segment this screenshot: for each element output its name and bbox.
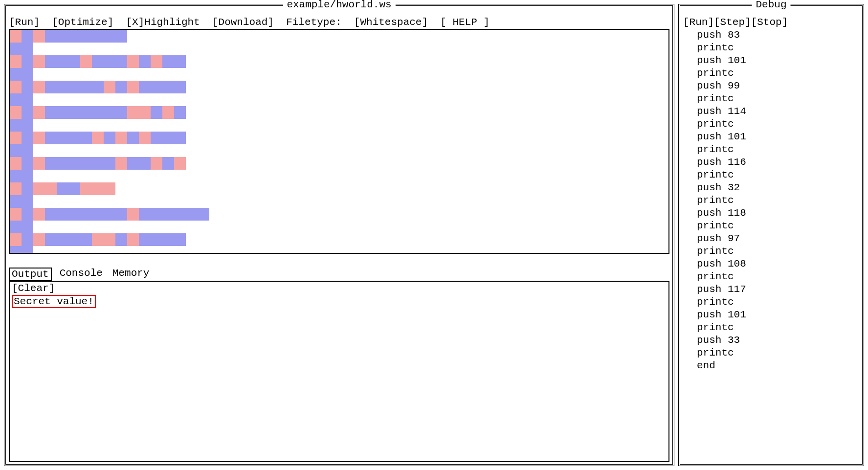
editor-line [10,221,668,233]
debug-instruction: push 117 [697,283,859,296]
debug-instruction: push 101 [697,309,859,321]
tab-console[interactable]: Console [58,268,105,281]
debug-instruction: printc [697,169,859,181]
debug-instruction: printc [697,220,859,232]
debug-instruction: printc [697,194,859,207]
editor-line [10,170,668,182]
tab-output[interactable]: Output [9,268,52,281]
tab-memory[interactable]: Memory [111,268,152,281]
optimize-button[interactable]: [Optimize] [52,17,113,28]
editor-line [10,144,668,157]
debug-instruction: printc [697,67,859,80]
app-root: example/hworld.ws [Run] [Optimize] [X]Hi… [4,4,864,466]
main-panel: example/hworld.ws [Run] [Optimize] [X]Hi… [4,4,674,466]
debug-instruction: push 101 [697,54,859,67]
highlight-toggle[interactable]: [X]Highlight [126,17,200,28]
editor-line [10,81,668,93]
output-panel: [Clear] Secret value! [9,281,669,462]
editor-line [10,182,668,195]
editor-line [10,68,668,81]
debug-instruction: push 101 [697,131,859,143]
debug-instruction: printc [697,245,859,258]
run-button[interactable]: [Run] [9,17,40,28]
debug-instruction: push 83 [697,29,859,42]
help-button[interactable]: [ HELP ] [440,17,490,28]
debug-stop-button[interactable]: [Stop] [751,17,788,28]
download-button[interactable]: [Download] [212,17,274,28]
debug-instruction: push 97 [697,232,859,245]
code-editor[interactable] [9,29,669,254]
debug-instruction: push 114 [697,105,859,118]
debug-instruction: printc [697,296,859,309]
debug-instruction: printc [697,92,859,105]
debug-instruction: printc [697,42,859,54]
clear-button[interactable]: [Clear] [12,283,55,294]
debug-instruction: push 108 [697,258,859,270]
output-tabs: Output Console Memory [9,268,669,281]
output-text: Secret value! [12,295,96,308]
editor-line [10,157,668,170]
debug-instruction: push 33 [697,334,859,347]
debug-step-button[interactable]: [Step] [714,17,751,28]
debug-instruction: end [697,359,859,372]
debug-run-button[interactable]: [Run] [683,17,714,28]
editor-line [10,132,668,144]
debug-instruction: printc [697,143,859,156]
editor-line [10,30,668,43]
debug-instruction: printc [697,118,859,131]
editor-line [10,119,668,132]
debug-instruction: push 32 [697,181,859,194]
filetype-select[interactable]: [Whitespace] [354,17,428,28]
debug-instruction-list: push 83printcpush 101printcpush 99printc… [683,29,859,372]
editor-line [10,208,668,221]
main-panel-title: example/hworld.ws [283,0,395,10]
main-toolbar: [Run] [Optimize] [X]Highlight [Download]… [9,8,669,29]
debug-instruction: printc [697,321,859,334]
debug-panel: Debug [Run][Step][Stop] push 83printcpus… [678,4,864,466]
debug-toolbar: [Run][Step][Stop] [683,8,859,29]
editor-line [10,195,668,208]
debug-instruction: printc [697,270,859,283]
debug-instruction: printc [697,347,859,359]
debug-panel-title: Debug [752,0,790,10]
debug-instruction: push 118 [697,207,859,220]
editor-line [10,93,668,106]
filetype-label: Filetype: [286,17,341,28]
debug-instruction: push 116 [697,156,859,169]
editor-line [10,43,668,55]
debug-instruction: push 99 [697,80,859,92]
editor-line [10,246,668,254]
editor-line [10,55,668,68]
editor-line [10,106,668,119]
editor-line [10,233,668,246]
